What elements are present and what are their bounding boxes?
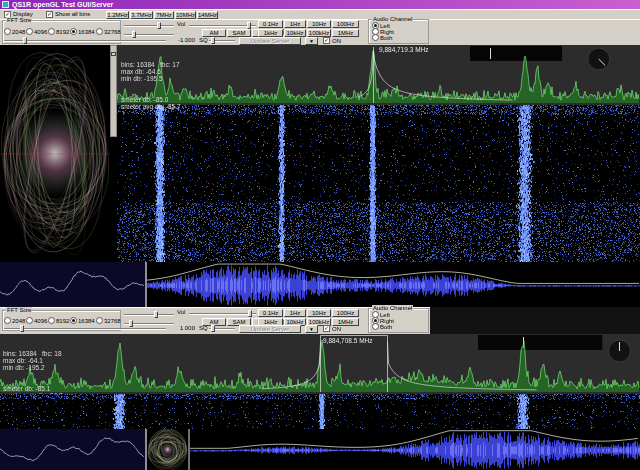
band-button-10mhz[interactable]: 10MHz	[175, 11, 196, 19]
slider-thumb[interactable]	[248, 310, 252, 317]
app-icon	[2, 1, 9, 8]
rx2-sq-label: SQ	[199, 325, 208, 331]
radio-icon	[48, 28, 55, 35]
rx1-frequency-readout: 9,884,719.3 MHz	[379, 46, 429, 53]
rx1-step-1mhz-button[interactable]: 1MHz	[332, 29, 359, 37]
rx2-panel-filler	[430, 307, 640, 334]
rx2-fft-size-label: FFT Size	[6, 307, 32, 313]
rx2-update-server-button[interactable]: Update Server	[239, 325, 301, 333]
title-bar[interactable]: QS1R openGL Test GUI/Server	[0, 0, 640, 9]
rx1-vol-slider[interactable]	[189, 22, 256, 29]
rx2-step-10hz-button[interactable]: 10Hz	[307, 309, 331, 317]
rx1-display-gain-slider[interactable]	[110, 45, 117, 137]
rx1-sq-slider[interactable]	[209, 37, 235, 44]
rx2-sq-slider[interactable]	[209, 325, 235, 332]
rx2-step-100hz-button[interactable]: 100Hz	[332, 309, 359, 317]
rx1-update-server-button[interactable]: Update Server	[239, 37, 301, 45]
rx2-zoom-slider[interactable]	[124, 311, 174, 318]
rx1-audio-waveform	[147, 262, 640, 307]
rx1-step-1hz-button[interactable]: 1Hz	[284, 20, 306, 28]
band-button-1-2mhz[interactable]: 1.2MHz	[106, 11, 129, 19]
rx1-on-label: ON	[332, 38, 341, 44]
rx1-channel-both[interactable]: Both	[372, 34, 392, 41]
rx1-step-100khz-button[interactable]: 100kHz	[307, 29, 331, 37]
rx1-zoom-slider[interactable]	[124, 22, 174, 29]
rx1-dropdown-button[interactable]: ▼	[305, 37, 318, 45]
rx2-audio-scope	[0, 429, 145, 470]
window-title: QS1R openGL Test GUI/Server	[12, 1, 113, 8]
rx1-fft-option-8192[interactable]: 8192	[48, 28, 69, 35]
rx1-mode-am-button[interactable]: AM	[202, 29, 226, 37]
chevron-down-icon: ▼	[309, 38, 314, 44]
rx1-on-checkbox[interactable]: ✓	[323, 37, 330, 44]
radio-icon	[4, 28, 11, 35]
radio-icon	[96, 317, 103, 324]
radio-icon	[70, 317, 77, 324]
radio-icon	[26, 28, 33, 35]
rx1-fft-option-32768[interactable]: 32768	[96, 28, 121, 35]
radio-icon	[70, 28, 77, 35]
app-window: QS1R openGL Test GUI/Server ✓ Display ✓ …	[0, 0, 640, 470]
slider-thumb[interactable]	[20, 325, 24, 332]
rx1-fft-size-label: FFT Size	[6, 17, 32, 23]
band-button-3-7mhz[interactable]: 3.7MHz	[130, 11, 153, 19]
show-all-bins-label: Show all bins	[55, 11, 90, 17]
radio-icon	[372, 323, 379, 330]
rx1-display-area: bins: 16384 fbc: 17max db: -64.6min db: …	[0, 45, 640, 262]
rx2-on-checkbox[interactable]: ✓	[323, 325, 330, 332]
rx2-dropdown-button[interactable]: ▼	[305, 325, 318, 333]
slider-thumb[interactable]	[211, 325, 215, 332]
rx1-spectrum-display[interactable]	[117, 45, 640, 105]
rx2-on-label: ON	[332, 326, 341, 332]
rx2-vol-slider[interactable]	[189, 310, 256, 317]
rx2-fft-option-32768[interactable]: 32768	[96, 317, 121, 324]
rx1-step-0-1hz-button[interactable]: 0.1Hz	[258, 20, 283, 28]
rx2-fft-option-2048[interactable]: 2048	[4, 317, 25, 324]
radio-icon	[96, 28, 103, 35]
rx2-step-0-1hz-button[interactable]: 0.1Hz	[258, 309, 283, 317]
rx1-step-10hz-button[interactable]: 10Hz	[307, 20, 331, 28]
rx1-step-100hz-button[interactable]: 100Hz	[332, 20, 359, 28]
slider-thumb[interactable]	[157, 22, 161, 29]
rx2-fft-option-16384[interactable]: 16384	[70, 317, 95, 324]
rx1-mode-sam-button[interactable]: SAM	[227, 29, 251, 37]
rx2-spectrum-area: bins: 16384 fbc: 18max db: -64.1min db: …	[0, 334, 640, 394]
rx1-audio-scope	[0, 262, 145, 307]
slider-thumb[interactable]	[23, 37, 27, 44]
slider-thumb[interactable]	[211, 37, 215, 44]
slider-thumb[interactable]	[154, 311, 158, 318]
radio-icon	[26, 317, 33, 324]
rx2-waterfall-display[interactable]	[0, 394, 640, 429]
rx2-frequency-readout: 9,884,708.5 MHz	[323, 337, 373, 344]
rx2-vector-scope	[147, 429, 188, 470]
rx2-fft-option-4096[interactable]: 4096	[26, 317, 47, 324]
rx1-sq-label: SQ	[199, 37, 208, 43]
rx1-fft-option-2048[interactable]: 2048	[4, 28, 25, 35]
radio-icon	[372, 34, 379, 41]
rx2-audio-waveform	[190, 429, 640, 470]
slider-thumb[interactable]	[247, 22, 251, 29]
rx2-gain-value: 1.000	[170, 325, 195, 331]
rx1-fft-option-16384[interactable]: 16384	[70, 28, 95, 35]
band-button-14mhz[interactable]: 14MHz	[197, 11, 218, 19]
rx1-step-1khz-button[interactable]: 1kHz	[258, 29, 283, 37]
rx2-step-1hz-button[interactable]: 1Hz	[284, 309, 306, 317]
rx1-step-10khz-button[interactable]: 10kHz	[284, 29, 306, 37]
rx1-info-readout: bins: 16384 fbc: 17max db: -64.6min db: …	[121, 47, 181, 124]
rx2-gain-slider[interactable]	[4, 325, 166, 332]
rx1-waterfall-display[interactable]	[117, 105, 640, 262]
radio-icon	[48, 317, 55, 324]
rx2-channel-both[interactable]: Both	[372, 323, 392, 330]
slider-thumb[interactable]	[111, 52, 116, 56]
rx1-gain-value: -1.000	[170, 37, 195, 43]
rx1-gain-slider[interactable]	[4, 37, 166, 44]
chevron-down-icon: ▼	[309, 326, 314, 332]
show-all-bins-checkbox[interactable]: ✓	[46, 11, 53, 18]
rx2-spectrum-display[interactable]	[0, 334, 640, 394]
rx1-fft-option-4096[interactable]: 4096	[26, 28, 47, 35]
rx1-audio-row	[0, 262, 640, 307]
rx2-step-1mhz-button[interactable]: 1MHz	[332, 318, 359, 326]
rx1-vol-label: Vol	[177, 21, 185, 27]
band-button-7mhz[interactable]: 7MHz	[154, 11, 174, 19]
rx2-fft-option-8192[interactable]: 8192	[48, 317, 69, 324]
